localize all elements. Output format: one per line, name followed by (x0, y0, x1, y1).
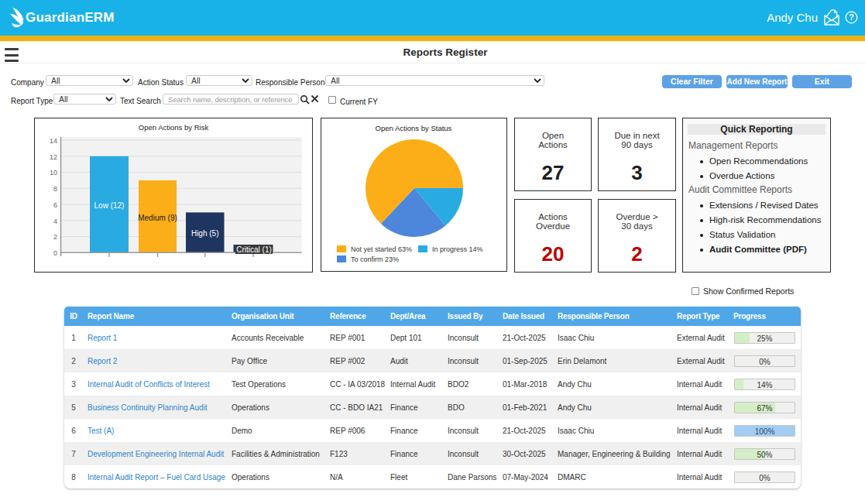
svg-text:4: 4 (53, 218, 57, 225)
svg-text:Open Actions by Risk: Open Actions by Risk (139, 123, 209, 132)
svg-text:8: 8 (53, 185, 57, 193)
svg-text:Critical (1): Critical (1) (236, 245, 272, 254)
svg-text:10: 10 (50, 169, 57, 177)
svg-text:Low (12): Low (12) (94, 201, 125, 210)
svg-text:12: 12 (50, 153, 57, 161)
svg-text:To confirm 23%: To confirm 23% (351, 255, 399, 263)
svg-text:0: 0 (53, 249, 57, 257)
svg-text:Open Actions by Status: Open Actions by Status (376, 124, 452, 132)
svg-text:6: 6 (53, 201, 57, 209)
svg-text:?: ? (849, 12, 853, 22)
svg-text:Medium (9): Medium (9) (138, 214, 177, 222)
svg-text:High (5): High (5) (191, 229, 219, 238)
svg-text:2: 2 (53, 233, 57, 241)
svg-text:14: 14 (50, 137, 57, 145)
svg-text:Not yet started 63%: Not yet started 63% (351, 245, 412, 253)
svg-text:In progress 14%: In progress 14% (432, 245, 483, 253)
